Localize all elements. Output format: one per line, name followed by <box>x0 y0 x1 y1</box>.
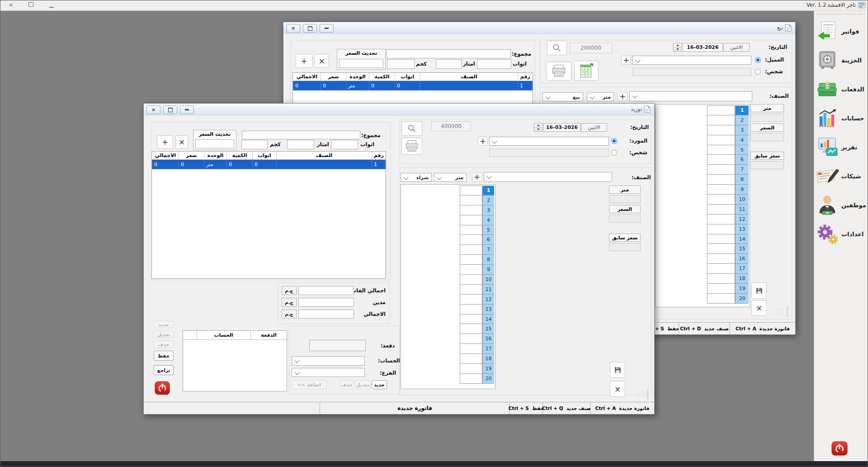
total-field[interactable] <box>242 131 360 139</box>
row-number-cell[interactable]: 4 <box>482 215 494 225</box>
row-input-cell[interactable] <box>460 235 482 245</box>
add-item-button[interactable]: + <box>472 172 482 181</box>
mode-dropdown[interactable]: بيع <box>542 92 583 101</box>
row-input-cell[interactable] <box>707 284 735 294</box>
mode-dropdown[interactable]: شراء <box>401 173 432 182</box>
maximize-icon[interactable] <box>163 105 177 114</box>
supply-window-titlebar[interactable]: × توريد <box>144 104 654 115</box>
row-number-cell[interactable]: 13 <box>482 305 494 315</box>
add-supplier-button[interactable]: + <box>478 137 488 146</box>
row-input-cell[interactable] <box>460 255 482 265</box>
close-icon[interactable]: × <box>286 24 300 33</box>
row-input-cell[interactable] <box>460 195 482 205</box>
save-row-button[interactable] <box>610 362 625 378</box>
undo-button[interactable]: تراجع <box>154 365 174 375</box>
payment-add-button[interactable]: اضافة >> <box>292 380 327 389</box>
row-number-cell[interactable]: 7 <box>735 165 749 175</box>
print-button[interactable] <box>546 62 571 81</box>
row-input-cell[interactable] <box>707 234 735 244</box>
row-input-cell[interactable] <box>707 185 735 195</box>
add-item-button[interactable]: + <box>618 92 627 101</box>
row-number-cell[interactable]: 1 <box>735 105 749 115</box>
app-close-button[interactable]: × <box>9 2 13 8</box>
clear-row-button[interactable]: × <box>751 300 767 316</box>
date-field[interactable]: 16-03-2026 <box>543 123 580 132</box>
update-price-input[interactable] <box>195 139 234 148</box>
total-field[interactable] <box>387 49 511 58</box>
table-row[interactable]: 100متر00 <box>293 81 533 91</box>
person-radio[interactable] <box>611 150 617 156</box>
row-input-cell[interactable] <box>707 205 735 214</box>
row-number-cell[interactable]: 10 <box>482 275 494 285</box>
sidebar-item-payments[interactable]: الدفعات <box>814 75 868 104</box>
supply-items-table[interactable]: رقمالصنفاتوابالكميةالوحدةسعرالاجمالي 100… <box>151 151 386 279</box>
add-client-button[interactable]: + <box>621 56 631 65</box>
row-input-cell[interactable] <box>707 115 735 125</box>
row-input-cell[interactable] <box>460 374 482 384</box>
row-input-cell[interactable] <box>707 244 735 254</box>
meters-input[interactable] <box>436 59 462 69</box>
invoice-total-input[interactable] <box>298 286 354 295</box>
print-button[interactable] <box>401 138 422 155</box>
row-number-cell[interactable]: 5 <box>735 145 749 155</box>
row-input-cell[interactable] <box>460 285 482 295</box>
row-number-cell[interactable]: 16 <box>482 334 494 344</box>
row-input-cell[interactable] <box>707 125 735 135</box>
payment-delete-button[interactable]: حذف <box>340 380 354 389</box>
row-input-cell[interactable] <box>707 105 735 115</box>
row-input-cell[interactable] <box>707 165 735 175</box>
save-button[interactable]: حفظ <box>154 351 174 361</box>
row-input-cell[interactable] <box>460 344 482 354</box>
minimize-icon[interactable] <box>320 24 334 33</box>
bolts-input[interactable] <box>477 59 511 69</box>
clear-row-button[interactable]: × <box>610 381 625 397</box>
row-number-cell[interactable]: 20 <box>482 374 494 384</box>
new-button[interactable]: جديد <box>154 321 174 328</box>
row-number-cell[interactable]: 6 <box>735 155 749 165</box>
row-number-cell[interactable]: 10 <box>735 195 749 205</box>
row-input-cell[interactable] <box>460 364 482 374</box>
remove-line-button[interactable]: × <box>175 135 188 149</box>
remove-line-button[interactable]: × <box>314 54 329 68</box>
row-input-cell[interactable] <box>460 225 482 235</box>
row-number-cell[interactable]: 9 <box>482 265 494 275</box>
sidebar-item-accounts[interactable]: حسابات <box>814 104 868 133</box>
sidebar-item-cheques[interactable]: شيكات <box>814 162 868 191</box>
row-input-cell[interactable] <box>460 354 482 364</box>
row-number-cell[interactable]: 15 <box>735 244 749 254</box>
person-field[interactable] <box>632 68 751 76</box>
row-input-cell[interactable] <box>460 315 482 324</box>
row-number-cell[interactable]: 17 <box>482 344 494 354</box>
row-number-cell[interactable]: 3 <box>482 205 494 215</box>
row-number-cell[interactable]: 12 <box>735 214 749 224</box>
sidebar-item-settings[interactable]: اعدادات <box>814 219 868 248</box>
row-number-cell[interactable]: 18 <box>735 274 749 284</box>
person-radio[interactable] <box>755 69 761 75</box>
row-input-cell[interactable] <box>460 305 482 315</box>
statusbar-save[interactable]: حفظCtrl + S <box>509 402 542 414</box>
row-input-cell[interactable] <box>460 186 482 195</box>
app-maximize-button[interactable] <box>28 2 33 8</box>
row-number-cell[interactable]: 1 <box>482 186 494 195</box>
date-spinner[interactable] <box>673 43 682 52</box>
row-number-cell[interactable]: 11 <box>735 205 749 214</box>
row-number-cell[interactable]: 4 <box>735 135 749 145</box>
row-number-cell[interactable]: 9 <box>735 185 749 195</box>
row-input-cell[interactable] <box>707 274 735 284</box>
close-icon[interactable]: × <box>146 105 160 114</box>
branch-dropdown[interactable] <box>292 368 365 377</box>
payment-new-button[interactable]: جديد <box>372 380 387 389</box>
resize-grip[interactable] <box>776 307 788 316</box>
row-number-cell[interactable]: 14 <box>482 315 494 324</box>
maximize-icon[interactable] <box>303 24 317 33</box>
row-number-cell[interactable]: 19 <box>735 284 749 294</box>
row-input-cell[interactable] <box>460 205 482 215</box>
sidebar-item-reports[interactable]: تقرير <box>814 133 868 162</box>
account-dropdown[interactable] <box>292 356 365 366</box>
row-input-cell[interactable] <box>460 295 482 305</box>
invoice-list-button[interactable] <box>574 61 599 81</box>
row-number-cell[interactable]: 14 <box>735 234 749 244</box>
row-number-cell[interactable]: 7 <box>482 245 494 255</box>
date-field[interactable]: 16-03-2026 <box>683 43 723 52</box>
unit-dropdown[interactable]: متر <box>587 92 614 101</box>
